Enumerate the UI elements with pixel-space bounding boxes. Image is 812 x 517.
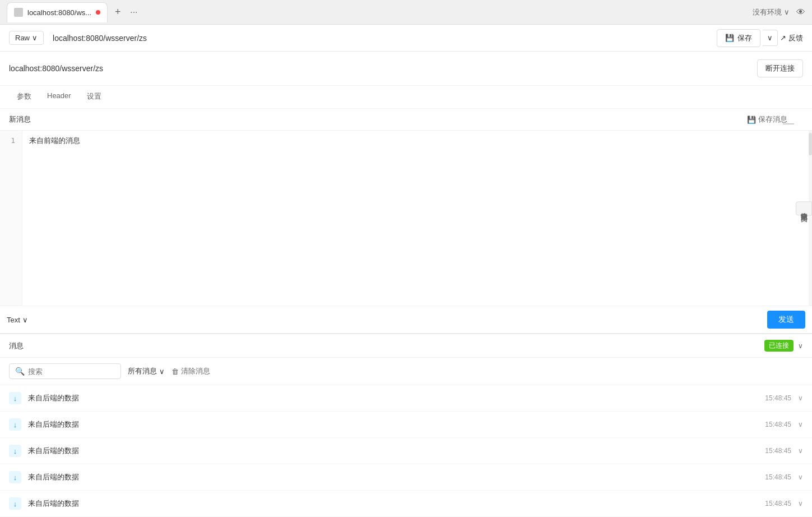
message-arrow-icon-3: ↓: [9, 445, 21, 457]
messages-title: 消息: [9, 341, 24, 351]
save-label: 保存: [737, 33, 752, 43]
right-sidebar-tab[interactable]: 自定义快捷功能 已关闭: [796, 201, 812, 215]
message-expand-4[interactable]: ∨: [798, 473, 803, 481]
new-message-title: 新消息: [9, 114, 31, 124]
tab-navigation: 参数 Header 设置: [0, 86, 812, 109]
feedback-button[interactable]: ↗ 反馈: [780, 33, 803, 43]
disconnect-label: 断开连接: [765, 64, 795, 72]
save-msg-icon: 💾: [747, 116, 756, 124]
add-tab-button[interactable]: +: [110, 4, 126, 20]
arrow-right-icon: ↗: [780, 34, 786, 42]
message-time-4: 15:48:45: [765, 473, 791, 481]
clear-label: 清除消息: [181, 366, 210, 376]
filter-chevron-icon: ∨: [159, 367, 165, 376]
send-label: 发送: [778, 315, 794, 324]
new-message-header: 新消息 💾 保存消息: [0, 109, 812, 131]
filter-button[interactable]: 所有消息 ∨: [128, 366, 165, 376]
message-expand-3[interactable]: ∨: [798, 447, 803, 455]
message-expand-2[interactable]: ∨: [798, 421, 803, 428]
browser-chrome: localhost:8080/ws... + ··· 没有环境 ∨ 👁: [0, 0, 812, 25]
message-text: 来自前端的消息: [29, 136, 80, 145]
address-right-actions: 💾 保存 ∨ ↗ 反馈: [717, 29, 803, 47]
active-tab[interactable]: localhost:8080/ws...: [7, 2, 108, 22]
table-row[interactable]: ↓ 来自后端的数据 15:48:45 ∨: [0, 385, 812, 412]
message-type-bar: Text ∨ 发送: [0, 306, 812, 333]
trash-icon: 🗑: [171, 367, 179, 376]
message-text-1: 来自后端的数据: [28, 393, 758, 403]
main-content: localhost:8080/wsserver/zs 断开连接 参数 Heade…: [0, 52, 812, 517]
message-time-1: 15:48:45: [765, 394, 791, 402]
message-expand-1[interactable]: ∨: [798, 394, 803, 402]
tab-params[interactable]: 参数: [9, 86, 39, 108]
address-bar: Raw ∨ localhost:8080/wsserver/zs 💾 保存 ∨ …: [0, 25, 812, 52]
search-icon: 🔍: [15, 367, 25, 376]
scrollbar-thumb: [809, 133, 812, 155]
tab-dot: [96, 10, 100, 15]
send-button[interactable]: 发送: [767, 311, 805, 329]
more-icon: ···: [130, 7, 137, 17]
save-dropdown-button[interactable]: ∨: [763, 30, 778, 46]
env-selector[interactable]: 没有环境 ∨: [753, 7, 790, 17]
tab-bar: localhost:8080/ws... + ···: [7, 2, 748, 22]
table-row[interactable]: ↓ 来自后端的数据 15:48:45 ∨: [0, 412, 812, 438]
message-text-4: 来自后端的数据: [28, 472, 758, 482]
message-text-2: 来自后端的数据: [28, 419, 758, 430]
text-type-chevron-icon: ∨: [22, 316, 28, 324]
search-input-wrap: 🔍: [9, 363, 121, 379]
connection-title: localhost:8080/wsserver/zs: [9, 64, 103, 73]
table-row[interactable]: ↓ 来自后端的数据 15:48:45 ∨: [0, 464, 812, 491]
filter-label: 所有消息: [128, 366, 157, 376]
message-time-2: 15:48:45: [765, 421, 791, 428]
message-arrow-icon-4: ↓: [9, 471, 21, 483]
add-tab-icon: +: [115, 6, 121, 18]
feedback-label: 反馈: [788, 33, 803, 43]
search-bar: 🔍 所有消息 ∨ 🗑 清除消息: [0, 358, 812, 385]
env-label: 没有环境: [753, 7, 782, 17]
tab-label: localhost:8080/ws...: [27, 8, 91, 17]
raw-chevron-icon: ∨: [32, 34, 38, 42]
table-row[interactable]: ↓ 来自后端的数据 15:48:45 ∨: [0, 438, 812, 464]
message-arrow-icon: ↓: [9, 392, 21, 404]
url-display: localhost:8080/wsserver/zs: [48, 31, 712, 45]
save-icon: 💾: [725, 34, 734, 42]
connection-header: localhost:8080/wsserver/zs 断开连接: [0, 52, 812, 86]
eye-icon[interactable]: 👁: [796, 7, 805, 17]
tab-settings[interactable]: 设置: [79, 86, 109, 108]
save-button[interactable]: 💾 保存: [717, 29, 760, 47]
text-type-label: Text: [7, 316, 20, 324]
line-numbers: 1: [0, 131, 22, 306]
message-time-3: 15:48:45: [765, 447, 791, 455]
connected-badge: 已连接: [764, 340, 794, 352]
messages-header: 消息 已连接 ∨: [0, 334, 812, 358]
message-list: ↓ 来自后端的数据 15:48:45 ∨ ↓ 来自后端的数据 15:48:45 …: [0, 385, 812, 517]
clear-messages-button[interactable]: 🗑 清除消息: [171, 366, 210, 376]
line-number-1: 1: [11, 136, 15, 145]
search-input[interactable]: [28, 367, 115, 376]
messages-header-right: 已连接 ∨: [764, 340, 803, 352]
disconnect-button[interactable]: 断开连接: [757, 59, 803, 77]
browser-right: 没有环境 ∨ 👁: [753, 7, 805, 17]
message-text-5: 来自后端的数据: [28, 498, 758, 509]
messages-chevron-icon[interactable]: ∨: [798, 342, 803, 350]
messages-section: 消息 已连接 ∨ 🔍 所有消息 ∨ 🗑 清除消息 ↓: [0, 333, 812, 517]
raw-label: Raw: [15, 34, 30, 42]
message-content[interactable]: 来自前端的消息: [22, 131, 812, 306]
tab-favicon: [14, 8, 23, 17]
tab-header[interactable]: Header: [39, 86, 79, 108]
message-arrow-icon-5: ↓: [9, 497, 21, 510]
message-time-5: 15:48:45: [765, 500, 791, 507]
new-message-section: 新消息 💾 保存消息 1 来自前端的消息 Tex: [0, 109, 812, 333]
table-row[interactable]: ↓ 来自后端的数据 15:48:45 ∨: [0, 491, 812, 517]
text-type-button[interactable]: Text ∨: [7, 316, 28, 324]
save-message-button[interactable]: 💾 保存消息: [747, 114, 787, 124]
message-expand-5[interactable]: ∨: [798, 500, 803, 507]
divider: [783, 123, 794, 124]
tab-more-button[interactable]: ···: [128, 5, 140, 20]
right-sidebar-label: 自定义快捷功能 已关闭: [800, 207, 808, 209]
raw-button[interactable]: Raw ∨: [9, 31, 44, 45]
editor-scrollbar[interactable]: [809, 131, 812, 306]
message-arrow-icon-2: ↓: [9, 418, 21, 431]
message-text-3: 来自后端的数据: [28, 446, 758, 456]
message-editor[interactable]: 1 来自前端的消息: [0, 131, 812, 306]
chevron-down-icon: ∨: [784, 8, 790, 16]
